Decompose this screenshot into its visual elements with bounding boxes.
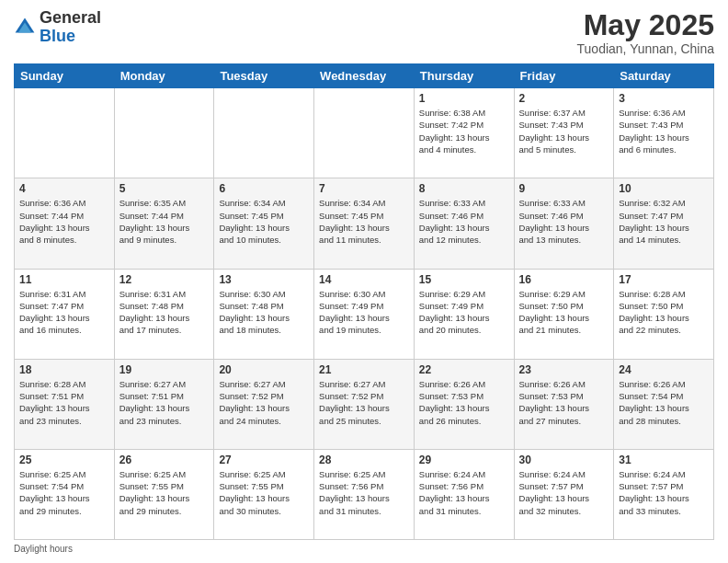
day-number: 28 bbox=[319, 454, 409, 466]
day-number: 11 bbox=[19, 273, 109, 286]
day-info: Sunrise: 6:35 AM Sunset: 7:44 PM Dayligh… bbox=[119, 197, 210, 246]
calendar-cell: 3Sunrise: 6:36 AM Sunset: 7:43 PM Daylig… bbox=[614, 88, 714, 178]
calendar-cell: 21Sunrise: 6:27 AM Sunset: 7:52 PM Dayli… bbox=[314, 359, 415, 449]
day-info: Sunrise: 6:27 AM Sunset: 7:51 PM Dayligh… bbox=[119, 378, 210, 427]
day-info: Sunrise: 6:31 AM Sunset: 7:47 PM Dayligh… bbox=[19, 288, 109, 337]
day-number: 22 bbox=[419, 363, 509, 376]
calendar-cell: 28Sunrise: 6:25 AM Sunset: 7:56 PM Dayli… bbox=[314, 449, 415, 539]
logo-blue-text: Blue bbox=[40, 27, 75, 45]
calendar-cell bbox=[314, 88, 415, 178]
day-number: 31 bbox=[619, 454, 709, 466]
day-number: 5 bbox=[119, 182, 210, 195]
day-number: 14 bbox=[319, 273, 409, 286]
day-number: 10 bbox=[619, 182, 709, 195]
col-header-friday: Friday bbox=[514, 64, 614, 88]
day-number: 3 bbox=[619, 92, 709, 105]
day-info: Sunrise: 6:24 AM Sunset: 7:57 PM Dayligh… bbox=[619, 468, 709, 517]
day-number: 26 bbox=[119, 454, 210, 466]
month-year: May 2025 bbox=[577, 9, 714, 41]
calendar-cell: 8Sunrise: 6:33 AM Sunset: 7:46 PM Daylig… bbox=[414, 178, 514, 269]
day-number: 1 bbox=[419, 92, 509, 105]
day-number: 18 bbox=[19, 363, 109, 376]
col-header-tuesday: Tuesday bbox=[214, 64, 314, 88]
calendar-cell: 2Sunrise: 6:37 AM Sunset: 7:43 PM Daylig… bbox=[514, 88, 614, 178]
day-number: 12 bbox=[119, 273, 210, 286]
day-info: Sunrise: 6:26 AM Sunset: 7:54 PM Dayligh… bbox=[619, 378, 709, 427]
day-number: 15 bbox=[419, 273, 509, 286]
day-info: Sunrise: 6:34 AM Sunset: 7:45 PM Dayligh… bbox=[219, 197, 309, 246]
col-header-wednesday: Wednesday bbox=[314, 64, 415, 88]
day-number: 8 bbox=[419, 182, 509, 195]
location: Tuodian, Yunnan, China bbox=[577, 41, 714, 56]
day-info: Sunrise: 6:27 AM Sunset: 7:52 PM Dayligh… bbox=[219, 378, 309, 427]
col-header-saturday: Saturday bbox=[614, 64, 714, 88]
day-info: Sunrise: 6:24 AM Sunset: 7:57 PM Dayligh… bbox=[519, 468, 609, 517]
day-number: 13 bbox=[219, 273, 309, 286]
calendar: SundayMondayTuesdayWednesdayThursdayFrid… bbox=[14, 63, 714, 540]
calendar-cell: 7Sunrise: 6:34 AM Sunset: 7:45 PM Daylig… bbox=[314, 178, 415, 269]
calendar-cell: 29Sunrise: 6:24 AM Sunset: 7:56 PM Dayli… bbox=[414, 449, 514, 539]
day-info: Sunrise: 6:25 AM Sunset: 7:54 PM Dayligh… bbox=[19, 468, 109, 517]
day-info: Sunrise: 6:25 AM Sunset: 7:56 PM Dayligh… bbox=[319, 468, 409, 517]
calendar-cell: 24Sunrise: 6:26 AM Sunset: 7:54 PM Dayli… bbox=[614, 359, 714, 449]
day-number: 7 bbox=[319, 182, 409, 195]
calendar-cell: 6Sunrise: 6:34 AM Sunset: 7:45 PM Daylig… bbox=[214, 178, 314, 269]
footer-note: Daylight hours bbox=[14, 544, 714, 554]
calendar-cell: 16Sunrise: 6:29 AM Sunset: 7:50 PM Dayli… bbox=[514, 269, 614, 359]
day-info: Sunrise: 6:28 AM Sunset: 7:50 PM Dayligh… bbox=[619, 288, 709, 337]
calendar-cell: 22Sunrise: 6:26 AM Sunset: 7:53 PM Dayli… bbox=[414, 359, 514, 449]
day-info: Sunrise: 6:31 AM Sunset: 7:48 PM Dayligh… bbox=[119, 288, 210, 337]
day-info: Sunrise: 6:34 AM Sunset: 7:45 PM Dayligh… bbox=[319, 197, 409, 246]
daylight-label: Daylight hours bbox=[14, 544, 73, 554]
day-info: Sunrise: 6:36 AM Sunset: 7:44 PM Dayligh… bbox=[19, 197, 109, 246]
calendar-cell: 11Sunrise: 6:31 AM Sunset: 7:47 PM Dayli… bbox=[15, 269, 115, 359]
logo: General Blue bbox=[14, 9, 101, 46]
calendar-row-4: 18Sunrise: 6:28 AM Sunset: 7:51 PM Dayli… bbox=[15, 359, 714, 449]
calendar-cell: 23Sunrise: 6:26 AM Sunset: 7:53 PM Dayli… bbox=[514, 359, 614, 449]
calendar-cell: 12Sunrise: 6:31 AM Sunset: 7:48 PM Dayli… bbox=[114, 269, 214, 359]
day-number: 19 bbox=[119, 363, 210, 376]
day-number: 9 bbox=[519, 182, 609, 195]
calendar-cell: 13Sunrise: 6:30 AM Sunset: 7:48 PM Dayli… bbox=[214, 269, 314, 359]
calendar-cell: 9Sunrise: 6:33 AM Sunset: 7:46 PM Daylig… bbox=[514, 178, 614, 269]
day-info: Sunrise: 6:27 AM Sunset: 7:52 PM Dayligh… bbox=[319, 378, 409, 427]
calendar-cell: 20Sunrise: 6:27 AM Sunset: 7:52 PM Dayli… bbox=[214, 359, 314, 449]
logo-text: General Blue bbox=[40, 9, 101, 46]
header: General Blue May 2025 Tuodian, Yunnan, C… bbox=[14, 9, 714, 56]
col-header-monday: Monday bbox=[114, 64, 214, 88]
days-header-row: SundayMondayTuesdayWednesdayThursdayFrid… bbox=[15, 64, 714, 88]
day-number: 6 bbox=[219, 182, 309, 195]
day-number: 23 bbox=[519, 363, 609, 376]
day-info: Sunrise: 6:30 AM Sunset: 7:48 PM Dayligh… bbox=[219, 288, 309, 337]
day-info: Sunrise: 6:37 AM Sunset: 7:43 PM Dayligh… bbox=[519, 107, 609, 155]
day-info: Sunrise: 6:24 AM Sunset: 7:56 PM Dayligh… bbox=[419, 468, 509, 517]
day-info: Sunrise: 6:33 AM Sunset: 7:46 PM Dayligh… bbox=[419, 197, 509, 246]
calendar-cell: 4Sunrise: 6:36 AM Sunset: 7:44 PM Daylig… bbox=[15, 178, 115, 269]
col-header-thursday: Thursday bbox=[414, 64, 514, 88]
logo-icon bbox=[14, 17, 36, 39]
calendar-cell: 1Sunrise: 6:38 AM Sunset: 7:42 PM Daylig… bbox=[414, 88, 514, 178]
day-number: 29 bbox=[419, 454, 509, 466]
calendar-row-1: 1Sunrise: 6:38 AM Sunset: 7:42 PM Daylig… bbox=[15, 88, 714, 178]
day-number: 20 bbox=[219, 363, 309, 376]
calendar-row-3: 11Sunrise: 6:31 AM Sunset: 7:47 PM Dayli… bbox=[15, 269, 714, 359]
calendar-cell: 14Sunrise: 6:30 AM Sunset: 7:49 PM Dayli… bbox=[314, 269, 415, 359]
day-number: 16 bbox=[519, 273, 609, 286]
day-number: 2 bbox=[519, 92, 609, 105]
day-number: 25 bbox=[19, 454, 109, 466]
day-info: Sunrise: 6:26 AM Sunset: 7:53 PM Dayligh… bbox=[519, 378, 609, 427]
col-header-sunday: Sunday bbox=[15, 64, 115, 88]
day-info: Sunrise: 6:33 AM Sunset: 7:46 PM Dayligh… bbox=[519, 197, 609, 246]
calendar-cell: 5Sunrise: 6:35 AM Sunset: 7:44 PM Daylig… bbox=[114, 178, 214, 269]
logo-general-text: General bbox=[40, 8, 101, 27]
day-number: 24 bbox=[619, 363, 709, 376]
calendar-cell: 17Sunrise: 6:28 AM Sunset: 7:50 PM Dayli… bbox=[614, 269, 714, 359]
calendar-cell: 27Sunrise: 6:25 AM Sunset: 7:55 PM Dayli… bbox=[214, 449, 314, 539]
day-number: 27 bbox=[219, 454, 309, 466]
day-info: Sunrise: 6:25 AM Sunset: 7:55 PM Dayligh… bbox=[119, 468, 210, 517]
calendar-cell: 19Sunrise: 6:27 AM Sunset: 7:51 PM Dayli… bbox=[114, 359, 214, 449]
day-info: Sunrise: 6:29 AM Sunset: 7:50 PM Dayligh… bbox=[519, 288, 609, 337]
calendar-cell bbox=[114, 88, 214, 178]
day-info: Sunrise: 6:30 AM Sunset: 7:49 PM Dayligh… bbox=[319, 288, 409, 337]
calendar-cell: 18Sunrise: 6:28 AM Sunset: 7:51 PM Dayli… bbox=[15, 359, 115, 449]
